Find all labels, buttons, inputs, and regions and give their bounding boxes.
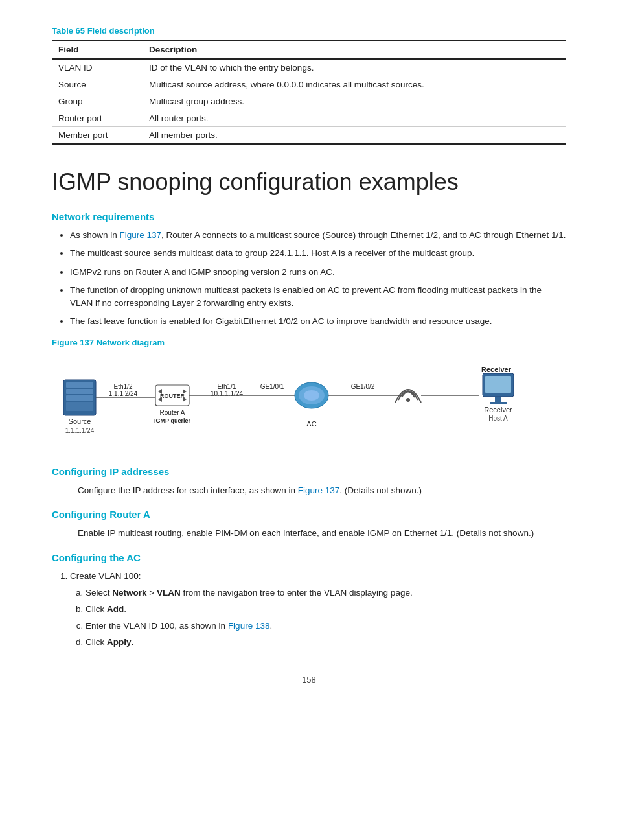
eth11-label: Eth1/1 [218,383,236,390]
figure-137-heading: Figure 137 Network diagram [52,338,566,347]
list-item: The multicast source sends multicast dat… [70,247,566,260]
router-label: Router A [160,409,185,416]
ac-label: AC [306,420,316,428]
page-number: 158 [52,675,566,684]
desc-cell: Multicast source address, where 0.0.0.0 … [143,76,566,93]
substep-b: Click Add. [86,603,566,616]
list-item: As shown in Figure 137, Router A connect… [70,229,566,242]
section-heading-configuring-ip: Configuring IP addresses [52,466,566,477]
wireless-signal [395,390,421,402]
svg-rect-3 [66,395,93,401]
desc-cell: ID of the VLAN to which the entry belong… [143,59,566,76]
desc-cell: Multicast group address. [143,93,566,110]
table-title: Table 65 Field description [52,26,566,36]
table-row: Router port All router ports. [52,110,566,127]
field-cell: Router port [52,110,143,127]
source-device: Source 1.1.1.1/24 [63,380,96,434]
eth11-ip: 10.1.1.1/24 [211,390,243,397]
eth12-ip: 1.1.1.2/24 [109,390,138,397]
table-row: Member port All member ports. [52,127,566,145]
figure-137-link-1[interactable]: Figure 137 [120,230,162,240]
receiver-label: Receiver [484,406,512,414]
table-row: Source Multicast source address, where 0… [52,76,566,93]
svg-rect-1 [66,382,93,388]
hosta-label: Host A [488,415,508,422]
field-cell: VLAN ID [52,59,143,76]
ac-device: AC [295,382,328,428]
ge101-label: GE1/0/1 [260,383,284,390]
desc-cell: All member ports. [143,127,566,145]
network-diagram: Source 1.1.1.1/24 Eth1/2 1.1.1.2/24 ROUT… [52,354,566,453]
svg-rect-4 [66,402,93,411]
diagram-svg: Source 1.1.1.1/24 Eth1/2 1.1.1.2/24 ROUT… [52,360,557,445]
ge102-label: GE1/0/2 [351,383,375,390]
desc-cell: All router ports. [143,110,566,127]
step-1-substeps: Select Network > VLAN from the navigatio… [86,587,566,649]
list-item: The function of dropping unknown multica… [70,284,566,310]
eth12-label: Eth1/2 [114,383,133,390]
field-cell: Source [52,76,143,93]
list-item: IGMPv2 runs on Router A and IGMP snoopin… [70,266,566,279]
col-header-description: Description [143,40,566,59]
col-header-field: Field [52,40,143,59]
table-row: VLAN ID ID of the VLAN to which the entr… [52,59,566,76]
field-cell: Group [52,93,143,110]
step-1-label: Create VLAN 100: [70,571,141,581]
host-a-device: Receiver Host A [483,373,514,422]
router-device: ROUTER Router A IGMP querier [154,385,190,424]
list-item: The fast leave function is enabled for G… [70,315,566,328]
field-description-table: Field Description VLAN ID ID of the VLAN… [52,40,566,145]
source-ip: 1.1.1.1/24 [65,427,95,434]
source-label: Source [69,417,91,425]
svg-rect-18 [490,402,507,404]
svg-text:ROUTER: ROUTER [160,393,185,399]
substep-a: Select Network > VLAN from the navigatio… [86,587,566,600]
igmp-querier-label: IGMP querier [154,417,190,424]
receiver-top-label: Receiver [481,366,512,373]
svg-rect-17 [495,397,501,402]
figure-137-link-2[interactable]: Figure 137 [298,485,340,495]
svg-point-14 [406,398,410,402]
section-heading-network-requirements: Network requirements [52,211,566,222]
step-1: Create VLAN 100: Select Network > VLAN f… [70,570,566,649]
page-main-title: IGMP snooping configuration examples [52,168,566,196]
section-heading-configuring-router: Configuring Router A [52,509,566,520]
figure-138-link[interactable]: Figure 138 [228,621,270,631]
network-requirements-list: As shown in Figure 137, Router A connect… [70,229,566,329]
configuring-router-text: Enable IP multicast routing, enable PIM-… [78,526,566,541]
svg-rect-16 [485,376,511,393]
svg-point-13 [304,390,319,401]
substep-c: Enter the VLAN ID 100, as shown in Figur… [86,620,566,633]
field-cell: Member port [52,127,143,145]
configuring-ip-text: Configure the IP address for each interf… [78,484,566,498]
configuring-ac-steps: Create VLAN 100: Select Network > VLAN f… [70,570,566,649]
substep-d: Click Apply. [86,636,566,649]
section-heading-configuring-ac: Configuring the AC [52,552,566,563]
svg-rect-2 [66,389,93,394]
table-row: Group Multicast group address. [52,93,566,110]
